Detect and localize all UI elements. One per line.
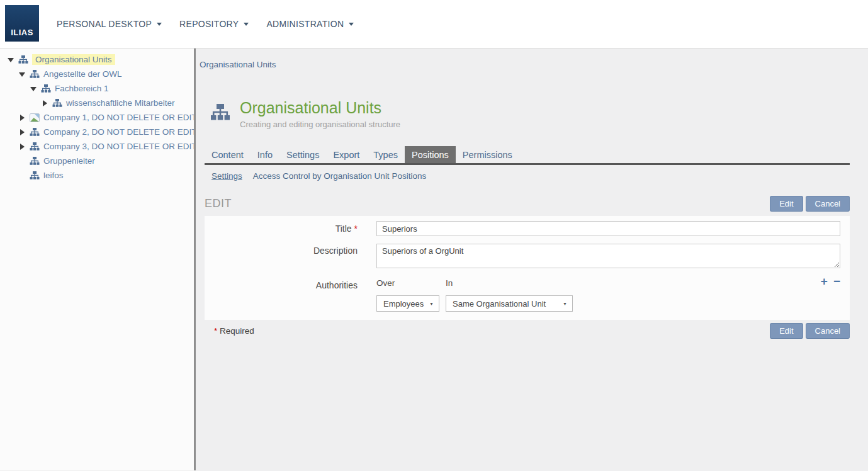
object-header: Organisational Units Creating and editin…: [205, 99, 850, 129]
org-unit-icon: [41, 84, 51, 94]
nav-administration[interactable]: ADMINISTRATION: [266, 19, 354, 29]
tree-item-label: Gruppenleiter: [43, 156, 95, 166]
tab-types[interactable]: Types: [366, 146, 405, 163]
select-caret-icon: ▼: [563, 302, 567, 306]
tree-item-label: Company 3, DO NOT DELETE OR EDIT!!!: [43, 142, 194, 151]
title-field-label: Title *: [205, 224, 358, 234]
authority-in-label: In: [446, 278, 821, 288]
repository-tree-sidebar: Organisational Units Angestellte der OWL…: [0, 48, 194, 470]
nav-repository[interactable]: REPOSITORY: [179, 19, 249, 29]
tree-item-label: Company 1, DO NOT DELETE OR EDIT!!!: [43, 113, 194, 122]
subtab-access-control[interactable]: Access Control by Organisation Unit Posi…: [253, 171, 426, 181]
tree-item-label: wissenschaftliche Mitarbeiter: [66, 98, 175, 108]
top-bar: ILIAS PERSONAL DESKTOP REPOSITORY ADMINI…: [0, 0, 868, 48]
chevron-down-icon: [244, 23, 249, 28]
remove-authority-icon[interactable]: −: [833, 276, 840, 287]
subtab-bar: Settings Access Control by Organisation …: [205, 171, 850, 181]
nav-personal-desktop[interactable]: PERSONAL DESKTOP: [57, 19, 162, 29]
collapse-icon[interactable]: [19, 69, 30, 80]
org-unit-icon: [52, 98, 62, 108]
tree-item-label: leifos: [43, 171, 64, 180]
collapse-icon[interactable]: [30, 83, 41, 94]
chevron-down-icon: [157, 23, 162, 28]
tree-item-label: Angestellte der OWL: [43, 69, 122, 79]
org-unit-icon: [30, 127, 40, 137]
add-authority-icon[interactable]: +: [821, 276, 828, 287]
tree-item-leifos[interactable]: leifos: [0, 168, 194, 183]
tab-permissions[interactable]: Permissions: [456, 146, 519, 163]
tree-item-label: Company 2, DO NOT DELETE OR EDIT!!!: [43, 127, 194, 137]
org-unit-icon: [30, 142, 40, 152]
tree-item-fachbereich-1[interactable]: Fachbereich 1: [0, 81, 194, 96]
page-title: Organisational Units: [240, 99, 400, 117]
authority-over-select[interactable]: Employees ▼: [376, 295, 439, 312]
title-input[interactable]: [376, 221, 840, 236]
description-textarea[interactable]: Superiors of a OrgUnit: [376, 244, 840, 268]
nav-repository-label: REPOSITORY: [179, 19, 239, 29]
edit-button-bottom[interactable]: Edit: [770, 323, 803, 339]
required-asterisk: *: [354, 224, 358, 234]
tree-item-organisational-units[interactable]: Organisational Units: [0, 52, 194, 67]
org-unit-icon: [210, 103, 230, 122]
tab-settings[interactable]: Settings: [279, 146, 326, 163]
org-unit-icon: [30, 69, 40, 79]
expand-icon[interactable]: [19, 129, 30, 135]
tree-item-label: Fachbereich 1: [55, 84, 109, 93]
tab-info[interactable]: Info: [251, 146, 279, 163]
nav-administration-label: ADMINISTRATION: [266, 19, 344, 29]
main-navigation: PERSONAL DESKTOP REPOSITORY ADMINISTRATI…: [57, 19, 354, 29]
ilias-logo[interactable]: ILIAS: [5, 5, 39, 42]
org-unit-icon: [18, 55, 28, 65]
org-unit-icon: [30, 156, 40, 166]
nav-personal-desktop-label: PERSONAL DESKTOP: [57, 19, 152, 29]
subtab-settings[interactable]: Settings: [211, 171, 242, 181]
main-content: Organisational Units Organisational Unit…: [196, 48, 868, 470]
authority-in-select[interactable]: Same Organisational Unit ▼: [446, 295, 573, 312]
tab-positions[interactable]: Positions: [405, 146, 456, 163]
tree-item-company-3[interactable]: Company 3, DO NOT DELETE OR EDIT!!!: [0, 139, 194, 154]
tree-item-label: Organisational Units: [32, 54, 115, 65]
tab-bar: Content Info Settings Export Types Posit…: [205, 146, 850, 165]
tree-item-company-1[interactable]: Company 1, DO NOT DELETE OR EDIT!!!: [0, 110, 194, 125]
description-field-label: Description: [205, 244, 358, 271]
required-note: * Required: [205, 326, 254, 336]
tree-item-gruppenleiter[interactable]: Gruppenleiter: [0, 154, 194, 168]
edit-form: Title * Description Superiors of a OrgUn…: [205, 216, 850, 320]
image-thumbnail-icon: [30, 113, 40, 123]
collapse-icon[interactable]: [8, 54, 18, 65]
breadcrumb[interactable]: Organisational Units: [200, 60, 276, 69]
form-section-title: EDIT: [205, 197, 232, 210]
cancel-button[interactable]: Cancel: [806, 196, 850, 212]
required-asterisk: *: [214, 326, 217, 336]
tree-item-wissenschaftliche-mitarbeiter[interactable]: wissenschaftliche Mitarbeiter: [0, 96, 194, 110]
expand-icon[interactable]: [19, 115, 30, 121]
tab-export[interactable]: Export: [326, 146, 366, 163]
page-subtitle: Creating and editing organisational stru…: [240, 120, 400, 129]
tree-item-company-2[interactable]: Company 2, DO NOT DELETE OR EDIT!!!: [0, 125, 194, 139]
authority-over-label: Over: [376, 278, 446, 288]
org-unit-icon: [30, 171, 40, 181]
edit-button[interactable]: Edit: [770, 196, 803, 212]
chevron-down-icon: [349, 23, 354, 28]
cancel-button-bottom[interactable]: Cancel: [806, 323, 850, 339]
authorities-field-label: Authorities: [205, 278, 358, 312]
tab-content[interactable]: Content: [205, 146, 251, 163]
select-caret-icon: ▼: [429, 302, 434, 306]
expand-icon[interactable]: [19, 144, 30, 150]
expand-icon[interactable]: [42, 100, 52, 106]
tree-item-angestellte-der-owl[interactable]: Angestellte der OWL: [0, 67, 194, 81]
